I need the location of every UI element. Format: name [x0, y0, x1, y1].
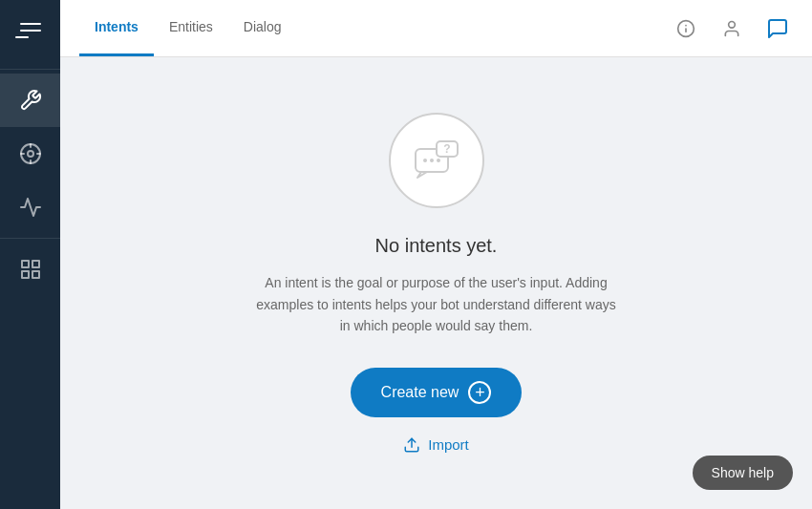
sidebar-item-target[interactable] — [0, 127, 60, 180]
svg-point-16 — [430, 159, 434, 162]
svg-rect-8 — [22, 271, 29, 278]
sidebar — [0, 0, 60, 509]
chat-question-icon: ? — [408, 132, 465, 189]
create-new-plus-icon: + — [468, 381, 491, 404]
svg-rect-9 — [32, 271, 39, 278]
svg-point-1 — [28, 151, 33, 157]
content-area: ? No intents yet. An intent is the goal … — [60, 57, 812, 509]
user-button[interactable] — [716, 13, 747, 44]
analytics-icon — [19, 196, 42, 219]
create-new-button[interactable]: Create new + — [351, 368, 523, 417]
info-button[interactable] — [671, 13, 701, 44]
svg-point-13 — [729, 21, 736, 28]
info-icon — [676, 19, 695, 38]
svg-rect-7 — [32, 261, 39, 267]
menu-icon-line3 — [15, 36, 29, 38]
sidebar-item-grid[interactable] — [0, 243, 60, 296]
tab-entities[interactable]: Entities — [154, 0, 228, 56]
sidebar-item-analytics[interactable] — [0, 180, 60, 234]
svg-text:?: ? — [443, 142, 450, 156]
menu-icon — [20, 23, 41, 25]
target-icon — [19, 142, 42, 165]
user-icon — [722, 19, 741, 38]
tab-dialog[interactable]: Dialog — [228, 0, 297, 56]
tab-intents[interactable]: Intents — [79, 0, 154, 56]
import-label: Import — [428, 436, 469, 453]
empty-description: An intent is the goal or purpose of the … — [255, 272, 618, 336]
import-icon — [403, 436, 420, 454]
svg-point-15 — [423, 159, 427, 162]
nav-icons — [671, 13, 793, 44]
chat-bubbles-icon — [766, 17, 789, 40]
topnav: Intents Entities Dialog — [60, 0, 812, 57]
show-help-button[interactable]: Show help — [693, 456, 793, 490]
svg-point-17 — [437, 159, 440, 162]
nav-tabs: Intents Entities Dialog — [79, 0, 671, 56]
grid-icon — [19, 258, 42, 281]
main-content: Intents Entities Dialog — [60, 0, 812, 509]
import-button[interactable]: Import — [403, 436, 469, 454]
sidebar-item-tools[interactable] — [0, 74, 60, 127]
sidebar-divider-top — [0, 69, 60, 70]
menu-icon-line2 — [20, 30, 41, 32]
chat-button[interactable] — [762, 13, 793, 44]
menu-button[interactable] — [11, 11, 50, 50]
sidebar-divider-bottom — [0, 238, 60, 239]
empty-title: No intents yet. — [375, 235, 498, 257]
empty-state-icon: ? — [389, 113, 484, 208]
svg-rect-6 — [22, 261, 29, 267]
tools-icon — [19, 89, 42, 112]
